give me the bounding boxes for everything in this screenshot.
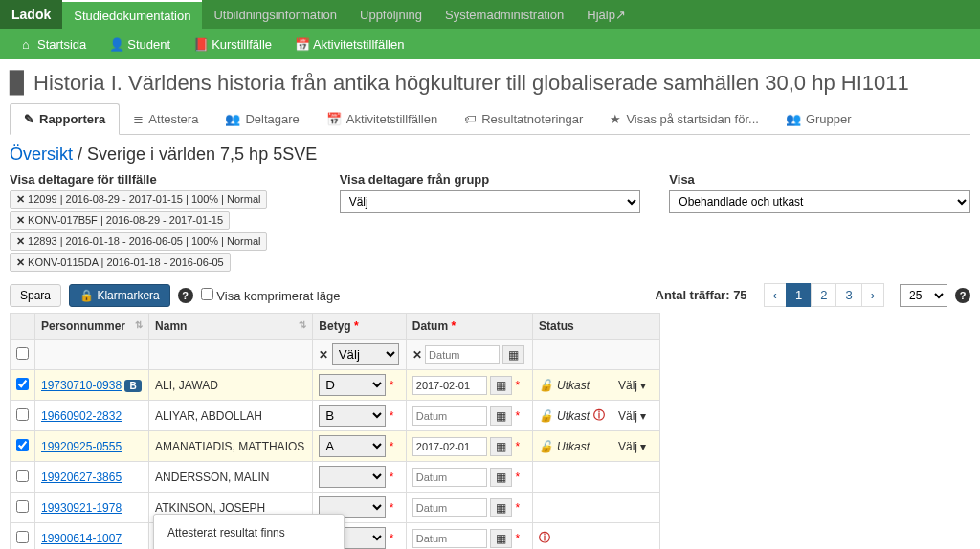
select-all-checkbox[interactable] xyxy=(16,347,29,360)
tab-visas-startsidan[interactable]: ★Visas på startsidan för... xyxy=(596,103,772,134)
grade-select[interactable]: B xyxy=(319,405,386,427)
th-datum[interactable]: Datum * xyxy=(406,314,532,340)
subnav-startsida[interactable]: ⌂Startsida xyxy=(8,29,98,59)
calendar-icon[interactable]: ▦ xyxy=(490,498,512,517)
date-input[interactable] xyxy=(412,437,487,456)
users-icon: 👥 xyxy=(225,112,240,126)
chip-tillfalle[interactable]: ✕ 12099 | 2016-08-29 - 2017-01-15 | 100%… xyxy=(10,190,267,209)
help-icon[interactable]: ? xyxy=(178,288,193,303)
top-bar: Ladok Studiedokumentation Utbildningsinf… xyxy=(0,0,980,29)
th-personnummer[interactable]: Personnummer⇅ xyxy=(35,314,149,340)
table-row: 19660902-2832ALIYAR, ABDOLLAHB * ▦ *🔓 Ut… xyxy=(11,401,660,431)
nav-utbildningsinformation[interactable]: Utbildningsinformation xyxy=(202,0,348,29)
grupp-select[interactable]: Välj xyxy=(340,190,641,213)
calendar-icon[interactable]: ▦ xyxy=(490,529,512,548)
row-checkbox[interactable] xyxy=(16,470,29,482)
pager-next[interactable]: › xyxy=(861,283,884,307)
row-checkbox[interactable] xyxy=(16,378,29,390)
grade-select[interactable]: A xyxy=(319,435,386,457)
date-filter-input[interactable] xyxy=(425,345,500,364)
subnav-aktivitetstillfallen[interactable]: 📅Aktivitetstillfällen xyxy=(283,29,415,59)
calendar-icon[interactable]: ▦ xyxy=(490,376,512,395)
breadcrumb-leaf: Sverige i världen 7,5 hp 5SVE xyxy=(87,144,317,164)
b-badge: B xyxy=(124,380,141,392)
row-options[interactable]: Välj ▾ xyxy=(618,440,646,453)
date-input[interactable] xyxy=(412,498,487,517)
sub-nav: ⌂Startsida 👤Student 📕Kurstillfälle 📅Akti… xyxy=(0,29,980,59)
breadcrumb-root[interactable]: Översikt xyxy=(10,144,73,164)
pager: ‹ 1 2 3 › xyxy=(765,283,884,307)
help-icon[interactable]: ? xyxy=(955,288,970,303)
attested-tooltip: Attesterat resultat finns Examinationsda… xyxy=(153,514,345,549)
chip-tillfalle[interactable]: ✕ KONV-017B5F | 2016-08-29 - 2017-01-15 xyxy=(10,211,230,230)
row-checkbox[interactable] xyxy=(16,531,29,543)
date-input[interactable] xyxy=(412,529,487,548)
compress-toggle[interactable]: Visa komprimerat läge xyxy=(201,288,341,303)
nav-systemadministration[interactable]: Systemadministration xyxy=(434,0,575,29)
clear-date-icon[interactable]: ✕ xyxy=(412,348,422,362)
external-link-icon: ↗ xyxy=(615,8,626,22)
row-checkbox[interactable] xyxy=(16,439,29,451)
nav-hjalp[interactable]: Hjälp ↗ xyxy=(575,0,637,29)
th-status: Status xyxy=(532,314,612,340)
th-betyg[interactable]: Betyg * xyxy=(313,314,406,340)
personnummer-link[interactable]: 19930921-1978 xyxy=(41,501,122,515)
calendar-icon[interactable]: ▦ xyxy=(502,345,524,364)
grade-filter-select[interactable]: Välj xyxy=(332,343,399,365)
info-icon[interactable]: ⓘ xyxy=(593,407,605,424)
info-icon[interactable]: ⓘ xyxy=(539,531,550,544)
personnummer-link[interactable]: 19920925-0555 xyxy=(41,440,122,453)
personnummer-link[interactable]: 19730710-0938 xyxy=(41,379,122,392)
status-cell: 🔓 Utkast ⓘ xyxy=(539,407,606,424)
star-icon: ★ xyxy=(610,112,621,126)
page-title: ▉ Historia I. Världens historia från ant… xyxy=(0,59,980,103)
save-button[interactable]: Spara xyxy=(10,284,61,307)
date-input[interactable] xyxy=(412,406,487,426)
date-input[interactable] xyxy=(412,376,487,395)
filter-grupp-label: Visa deltagare från grupp xyxy=(340,172,641,187)
subnav-kurstillfalle[interactable]: 📕Kurstillfälle xyxy=(182,29,283,59)
visa-select[interactable]: Obehandlade och utkast xyxy=(669,190,970,213)
row-checkbox[interactable] xyxy=(16,408,29,421)
table-row: 19920925-0555AMANATIADIS, MATTHAIOSA * ▦… xyxy=(11,431,660,462)
hits-label: Antal träffar: 75 xyxy=(656,288,747,302)
personnummer-link[interactable]: 19920627-3865 xyxy=(41,471,122,484)
pager-page[interactable]: 1 xyxy=(786,283,812,307)
pager-page[interactable]: 2 xyxy=(811,283,836,307)
personnummer-link[interactable]: 19900614-1007 xyxy=(41,532,122,545)
filter-tillfalle-label: Visa deltagare för tillfälle xyxy=(10,172,311,187)
pager-page[interactable]: 3 xyxy=(835,283,861,307)
calendar-icon[interactable]: ▦ xyxy=(490,468,512,487)
calendar-icon[interactable]: ▦ xyxy=(490,406,512,426)
subnav-student[interactable]: 👤Student xyxy=(98,29,182,59)
date-input[interactable] xyxy=(412,468,487,487)
calendar-icon[interactable]: ▦ xyxy=(490,437,512,456)
grade-select[interactable]: D xyxy=(319,374,386,396)
klarmarkera-button[interactable]: 🔒 Klarmarkera xyxy=(69,284,170,307)
nav-studiedokumentation[interactable]: Studiedokumentation xyxy=(62,0,202,29)
compress-checkbox[interactable] xyxy=(201,288,213,300)
tag-icon: 🏷 xyxy=(464,112,477,126)
pagesize-select[interactable]: 25 xyxy=(900,284,947,307)
tab-attestera[interactable]: ≣Attestera xyxy=(120,103,212,134)
name-cell: ALIYAR, ABDOLLAH xyxy=(149,401,313,431)
tab-grupper[interactable]: 👥Grupper xyxy=(772,103,865,134)
row-checkbox[interactable] xyxy=(16,500,29,513)
personnummer-link[interactable]: 19660902-2832 xyxy=(41,409,122,423)
row-options[interactable]: Välj ▾ xyxy=(618,379,646,392)
chip-tillfalle[interactable]: ✕ KONV-0115DA | 2016-01-18 - 2016-06-05 xyxy=(10,253,231,272)
th-namn[interactable]: Namn⇅ xyxy=(149,314,313,340)
tab-aktivitetstillfallen[interactable]: 📅Aktivitetstillfällen xyxy=(313,103,451,134)
tab-resultatnoteringar[interactable]: 🏷Resultatnoteringar xyxy=(451,103,596,134)
tab-deltagare[interactable]: 👥Deltagare xyxy=(212,103,312,134)
chip-tillfalle[interactable]: ✕ 12893 | 2016-01-18 - 2016-06-05 | 100%… xyxy=(10,232,267,251)
clear-grade-icon[interactable]: ✕ xyxy=(319,348,328,362)
book-icon: ▉ xyxy=(10,71,26,96)
nav-uppfoljning[interactable]: Uppföljning xyxy=(348,0,434,29)
lock-icon: 🔒 xyxy=(79,289,94,302)
grade-select[interactable] xyxy=(319,466,386,488)
tab-rapportera[interactable]: ✎Rapportera xyxy=(10,103,120,135)
row-options[interactable]: Välj ▾ xyxy=(618,409,646,423)
unlock-icon: 🔓 xyxy=(539,440,553,453)
pager-prev[interactable]: ‹ xyxy=(764,283,787,307)
